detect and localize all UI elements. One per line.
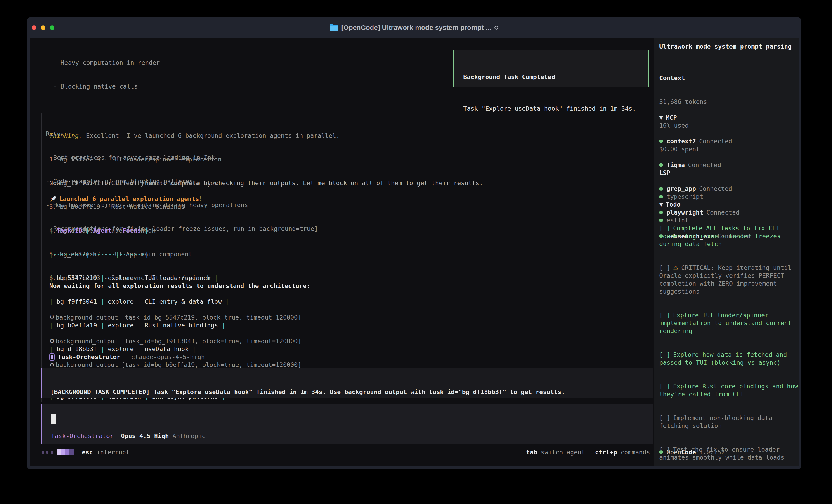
statusbar-right: tab switch agent ctrl+p commands [526, 448, 650, 456]
close-button[interactable] [32, 25, 36, 30]
todo-heading-row[interactable]: ▼Todo [659, 200, 799, 208]
todo-section: ▼Todo [ ]Complete ALL tasks to fix CLI l… [659, 185, 799, 469]
input-model: Opus 4.5 High [121, 432, 168, 440]
input-agent-name: Task-Orchestrator [51, 432, 113, 440]
text-cursor [51, 414, 56, 424]
lsp-heading: LSP [659, 169, 703, 177]
notification-toast: Background Task Completed Task "Explore … [453, 50, 649, 87]
todo-heading: Todo [666, 200, 680, 208]
session-title: Ultrawork mode system prompt parsing [659, 43, 791, 50]
agent-badge-icon [49, 354, 55, 361]
conversation-pane: - Heavy computation in render - Blocking… [30, 38, 654, 466]
app-name-light: Open [667, 448, 681, 456]
window-title-area: [OpenCode] Ultrawork mode system prompt … [330, 24, 498, 31]
folder-icon [330, 25, 338, 31]
notification-body: Task "Explore useData hook" finished in … [463, 105, 648, 112]
esc-key-hint: esc [82, 448, 93, 456]
warning-icon: ⚠ [673, 264, 678, 271]
wait-text: Now I'll wait for all of them to complet… [49, 179, 483, 187]
todo-item: [ ]Explore Rust core bindings and how th… [659, 382, 799, 398]
gear-icon: ⚙ [49, 313, 55, 321]
app-version-status: OpenCode 1.0.152 [659, 448, 725, 456]
chevron-down-icon: ▼ [659, 200, 663, 208]
todo-item: [ ]Explore how data is fetched and passe… [659, 351, 799, 366]
agent-model: claude-opus-4-5-high [131, 353, 205, 361]
thinking-text: Excellent! I've launched 6 background ex… [82, 132, 340, 140]
tool-call: ⚙background_output[task_id=bg_f9ff3041, … [49, 337, 302, 345]
context-heading: Context [659, 74, 707, 82]
queued-message-block: [BACKGROUND TASK COMPLETED] Task "Explor… [41, 368, 653, 398]
mcp-heading-row[interactable]: ▼MCP [659, 114, 751, 121]
separator-dot: · [124, 353, 128, 361]
waiting-line: Now waiting for all exploration results … [49, 282, 310, 290]
window-title: [OpenCode] Ultrawork mode system prompt … [341, 24, 491, 31]
tab-key-label: switch agent [541, 448, 585, 456]
agent-footer: Task-Orchestrator · claude-opus-4-5-high [49, 353, 205, 361]
status-dot-icon [659, 140, 663, 143]
notification-title: Background Task Completed [463, 73, 648, 81]
table-separator-row: |---------|-------|-------| [49, 250, 229, 258]
app-version: 1.0.152 [699, 448, 725, 456]
esc-key-label: interrupt [97, 448, 130, 456]
agent-list-item: 1.bg_5547c219 - TUI loader/spinner explo… [49, 156, 340, 163]
tab-key-hint: tab [526, 448, 538, 456]
spinner-dots-icon [42, 451, 53, 454]
assistant-message: Thinking: Excellent! I've launched 6 bac… [41, 113, 649, 402]
mcp-item: context7Connected [659, 137, 751, 145]
prompt-input[interactable]: Task-Orchestrator Opus 4.5 High Anthropi… [41, 404, 653, 444]
todo-item: [ ]Explore TUI loader/spinner implementa… [659, 311, 799, 335]
titlebar: [OpenCode] Ultrawork mode system prompt … [27, 18, 802, 38]
traffic-lights [32, 18, 54, 38]
todo-item: [ ]Complete ALL tasks to fix CLI loader … [659, 224, 799, 248]
mcp-heading: MCP [666, 114, 677, 121]
sidebar: Ultrawork mode system prompt parsing Con… [654, 38, 799, 466]
statusbar-left: esc interrupt [42, 448, 130, 456]
table-header-row: |Task ID|Agent|Focus| [49, 226, 229, 234]
todo-item: [ ]Implement non-blocking data fetching … [659, 414, 799, 430]
table-row: |bg_5547c219|explore|TUI loader/spinner| [49, 274, 229, 282]
ctrlp-key-label: commands [621, 448, 650, 456]
app-window: [OpenCode] Ultrawork mode system prompt … [27, 18, 802, 469]
minimize-button[interactable] [41, 25, 46, 30]
todo-item: [ ]⚠CRITICAL: Keep iterating until Oracl… [659, 264, 799, 296]
record-ring-icon [494, 26, 498, 30]
launch-banner-text: Launched 6 parallel exploration agents! [59, 195, 203, 203]
input-provider: Anthropic [173, 432, 206, 440]
queued-message-text: [BACKGROUND TASK COMPLETED] Task "Explor… [50, 388, 653, 396]
launch-banner: Launched 6 parallel exploration agents! [49, 195, 203, 203]
ctrlp-key-hint: ctrl+p [595, 448, 617, 456]
status-dot-icon [659, 450, 663, 454]
rocket-icon [49, 195, 56, 202]
gear-icon: ⚙ [49, 337, 55, 345]
spinner-gradient-icon [56, 449, 74, 455]
tool-call: ⚙background_output[task_id=bg_5547c219, … [49, 313, 302, 321]
zoom-button[interactable] [50, 25, 54, 30]
agent-name: Task-Orchestrator [58, 353, 120, 361]
chevron-down-icon: ▼ [659, 114, 663, 121]
thinking-label: Thinking: [49, 132, 82, 140]
app-name-bold: Code [681, 448, 696, 456]
agent-list-item: 3.bg_b0effa19 - Rust native bindings [49, 203, 340, 211]
